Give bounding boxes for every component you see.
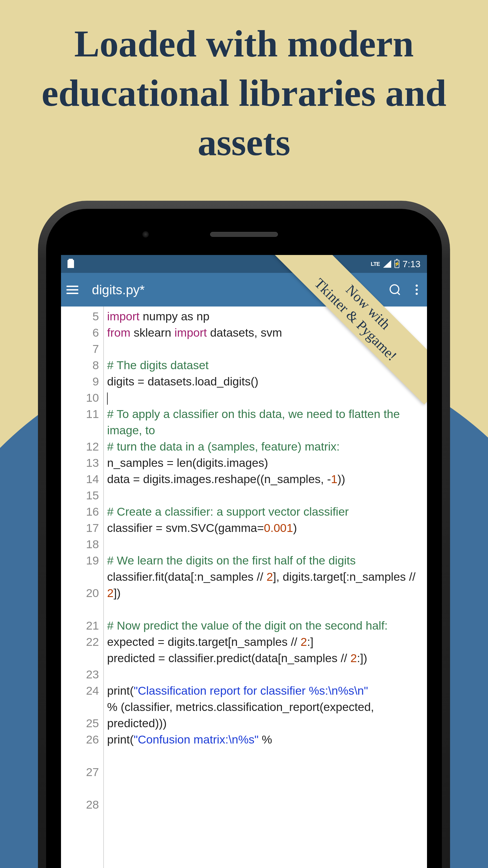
line-number: 14 xyxy=(61,471,99,487)
line-number: 15 xyxy=(61,487,99,503)
line-number: 20 xyxy=(61,585,99,617)
code-editor[interactable]: 5678910111213141516171819202122232425262… xyxy=(61,307,427,868)
line-number: 25 xyxy=(61,715,99,731)
line-number: 28 xyxy=(61,796,99,813)
code-line[interactable]: print("Confusion matrix:\n%s" % xyxy=(107,731,425,748)
line-number: 13 xyxy=(61,455,99,471)
line-number: 21 xyxy=(61,617,99,633)
network-label: LTE xyxy=(371,261,380,267)
overflow-menu-button[interactable] xyxy=(412,284,422,295)
code-line[interactable] xyxy=(107,601,425,617)
line-number: 27 xyxy=(61,764,99,796)
code-line[interactable]: # turn the data in a (samples, feature) … xyxy=(107,438,425,455)
code-line[interactable]: digits = datasets.load_digits() xyxy=(107,373,425,390)
line-number: 8 xyxy=(61,357,99,373)
code-line[interactable] xyxy=(107,536,425,552)
code-line[interactable]: expected = digits.target[n_samples // 2:… xyxy=(107,633,425,650)
code-line[interactable]: # To apply a classifier on this data, we… xyxy=(107,406,425,438)
code-line[interactable] xyxy=(107,666,425,682)
line-number: 22 xyxy=(61,633,99,666)
signal-icon xyxy=(383,260,391,268)
code-line[interactable]: % (classifier, metrics.classification_re… xyxy=(107,699,425,731)
line-number-gutter: 5678910111213141516171819202122232425262… xyxy=(61,307,104,868)
headline-text: Loaded with modern educational libraries… xyxy=(0,19,488,167)
code-line[interactable]: # The digits dataset xyxy=(107,357,425,373)
code-line[interactable]: # Now predict the value of the digit on … xyxy=(107,617,425,633)
code-line[interactable]: # Create a classifier: a support vector … xyxy=(107,503,425,520)
code-line[interactable] xyxy=(107,390,425,406)
statusbar: LTE ⚡ 7:13 xyxy=(61,255,427,273)
line-number: 10 xyxy=(61,390,99,406)
code-line[interactable]: predicted = classifier.predict(data[n_sa… xyxy=(107,650,425,666)
phone-camera xyxy=(142,231,149,238)
phone-frame: LTE ⚡ 7:13 digits.py* 567891011121314151… xyxy=(38,201,450,868)
sdcard-icon xyxy=(67,260,74,268)
line-number: 9 xyxy=(61,373,99,390)
line-number: 6 xyxy=(61,324,99,341)
line-number: 17 xyxy=(61,520,99,536)
line-number: 12 xyxy=(61,438,99,455)
line-number: 11 xyxy=(61,406,99,438)
menu-button[interactable] xyxy=(66,283,78,297)
code-line[interactable]: classifier = svm.SVC(gamma=0.001) xyxy=(107,520,425,536)
battery-charging-icon: ⚡ xyxy=(394,260,399,268)
clock-time: 7:13 xyxy=(402,259,421,269)
line-number: 5 xyxy=(61,308,99,324)
line-number: 24 xyxy=(61,682,99,715)
code-line[interactable]: print("Classification report for classif… xyxy=(107,682,425,699)
code-line[interactable] xyxy=(107,487,425,503)
code-line[interactable]: classifier.fit(data[:n_samples // 2], di… xyxy=(107,568,425,601)
line-number: 7 xyxy=(61,341,99,357)
code-content[interactable]: import numpy as npfrom sklearn import da… xyxy=(104,307,427,868)
line-number: 16 xyxy=(61,503,99,520)
line-number: 23 xyxy=(61,666,99,682)
line-number: 18 xyxy=(61,536,99,552)
phone-speaker xyxy=(210,232,278,237)
line-number: 26 xyxy=(61,731,99,764)
search-button[interactable] xyxy=(389,284,401,296)
code-line[interactable]: # We learn the digits on the first half … xyxy=(107,552,425,568)
line-number: 19 xyxy=(61,552,99,585)
text-cursor xyxy=(107,393,108,405)
code-line[interactable]: data = digits.images.reshape((n_samples,… xyxy=(107,471,425,487)
code-line[interactable]: n_samples = len(digits.images) xyxy=(107,455,425,471)
screen: LTE ⚡ 7:13 digits.py* 567891011121314151… xyxy=(61,255,427,868)
